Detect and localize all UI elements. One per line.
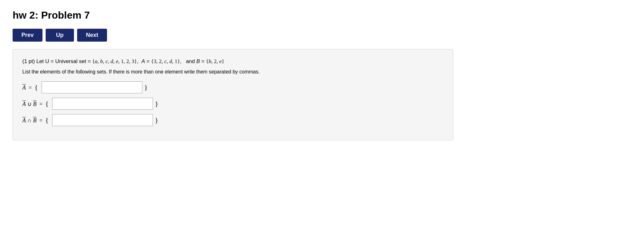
prev-button[interactable]: Prev	[13, 29, 42, 42]
input-a-intersect-b-complement[interactable]	[52, 114, 153, 126]
input-a-union-b-complement[interactable]	[52, 98, 153, 110]
input-a-complement[interactable]	[42, 81, 142, 93]
close-brace-3: }	[155, 116, 158, 124]
close-brace-2: }	[155, 100, 158, 108]
page-title: hw 2: Problem 7	[13, 9, 631, 21]
set-label-a-union-b-complement: A ∪ B = {	[22, 100, 49, 108]
nav-buttons: Prev Up Next	[13, 29, 631, 42]
up-button[interactable]: Up	[46, 29, 74, 42]
problem-statement: (1 pt) Let U = Universal set = {a, b, c,…	[22, 57, 443, 66]
problem-instruction: List the elements of the following sets.…	[22, 68, 443, 76]
set-row-a-union-b-complement: A ∪ B = { }	[22, 98, 443, 110]
next-button[interactable]: Next	[77, 29, 107, 42]
problem-box: (1 pt) Let U = Universal set = {a, b, c,…	[13, 49, 453, 140]
set-row-a-complement: A = { }	[22, 81, 443, 93]
close-brace-1: }	[144, 83, 148, 91]
set-label-a-complement: A = {	[22, 83, 38, 91]
set-row-a-intersect-b-complement: A ∩ B = { }	[22, 114, 443, 126]
set-label-a-intersect-b-complement: A ∩ B = {	[22, 116, 49, 124]
